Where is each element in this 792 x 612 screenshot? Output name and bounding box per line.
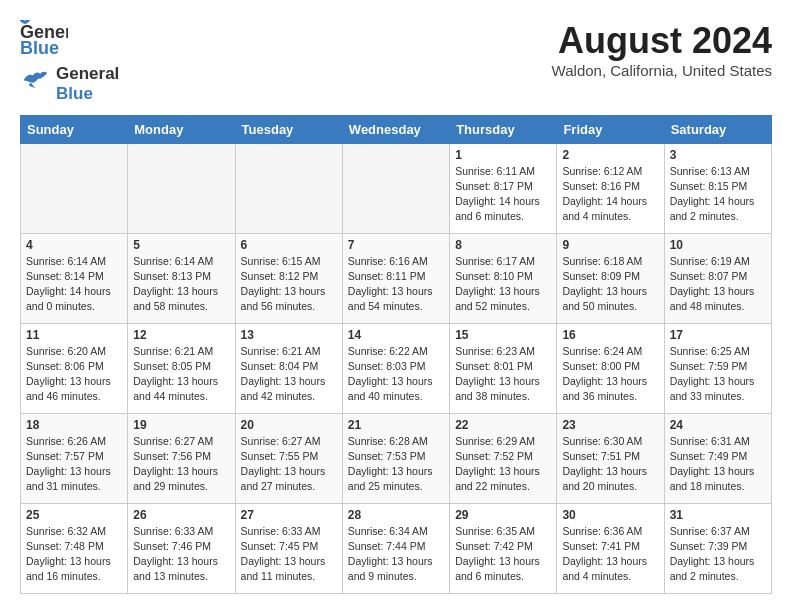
day-info: Sunrise: 6:16 AMSunset: 8:11 PMDaylight:…	[348, 254, 444, 315]
calendar-cell: 9Sunrise: 6:18 AMSunset: 8:09 PMDaylight…	[557, 233, 664, 323]
calendar-cell: 12Sunrise: 6:21 AMSunset: 8:05 PMDayligh…	[128, 323, 235, 413]
day-number: 28	[348, 508, 444, 522]
day-number: 13	[241, 328, 337, 342]
day-number: 16	[562, 328, 658, 342]
day-number: 3	[670, 148, 766, 162]
day-number: 6	[241, 238, 337, 252]
day-info: Sunrise: 6:35 AMSunset: 7:42 PMDaylight:…	[455, 524, 551, 585]
calendar-week-row: 4Sunrise: 6:14 AMSunset: 8:14 PMDaylight…	[21, 233, 772, 323]
day-number: 21	[348, 418, 444, 432]
calendar-cell	[128, 143, 235, 233]
day-info: Sunrise: 6:30 AMSunset: 7:51 PMDaylight:…	[562, 434, 658, 495]
calendar-cell: 19Sunrise: 6:27 AMSunset: 7:56 PMDayligh…	[128, 413, 235, 503]
weekday-header-sunday: Sunday	[21, 115, 128, 143]
day-info: Sunrise: 6:27 AMSunset: 7:55 PMDaylight:…	[241, 434, 337, 495]
page-header: General Blue General Blue August 2	[20, 20, 772, 105]
calendar-cell: 25Sunrise: 6:32 AMSunset: 7:48 PMDayligh…	[21, 503, 128, 593]
logo: General Blue General Blue	[20, 20, 119, 105]
calendar-cell: 28Sunrise: 6:34 AMSunset: 7:44 PMDayligh…	[342, 503, 449, 593]
calendar-cell: 15Sunrise: 6:23 AMSunset: 8:01 PMDayligh…	[450, 323, 557, 413]
day-info: Sunrise: 6:33 AMSunset: 7:46 PMDaylight:…	[133, 524, 229, 585]
day-info: Sunrise: 6:15 AMSunset: 8:12 PMDaylight:…	[241, 254, 337, 315]
day-info: Sunrise: 6:28 AMSunset: 7:53 PMDaylight:…	[348, 434, 444, 495]
calendar-cell	[235, 143, 342, 233]
day-info: Sunrise: 6:32 AMSunset: 7:48 PMDaylight:…	[26, 524, 122, 585]
day-number: 1	[455, 148, 551, 162]
day-info: Sunrise: 6:14 AMSunset: 8:13 PMDaylight:…	[133, 254, 229, 315]
day-number: 15	[455, 328, 551, 342]
calendar-cell: 7Sunrise: 6:16 AMSunset: 8:11 PMDaylight…	[342, 233, 449, 323]
day-number: 12	[133, 328, 229, 342]
day-info: Sunrise: 6:23 AMSunset: 8:01 PMDaylight:…	[455, 344, 551, 405]
day-number: 31	[670, 508, 766, 522]
weekday-header-saturday: Saturday	[664, 115, 771, 143]
day-number: 18	[26, 418, 122, 432]
calendar-cell: 21Sunrise: 6:28 AMSunset: 7:53 PMDayligh…	[342, 413, 449, 503]
calendar-cell: 18Sunrise: 6:26 AMSunset: 7:57 PMDayligh…	[21, 413, 128, 503]
day-info: Sunrise: 6:25 AMSunset: 7:59 PMDaylight:…	[670, 344, 766, 405]
day-number: 24	[670, 418, 766, 432]
calendar-cell: 10Sunrise: 6:19 AMSunset: 8:07 PMDayligh…	[664, 233, 771, 323]
calendar-cell: 26Sunrise: 6:33 AMSunset: 7:46 PMDayligh…	[128, 503, 235, 593]
logo-blue: Blue	[56, 84, 119, 104]
day-info: Sunrise: 6:20 AMSunset: 8:06 PMDaylight:…	[26, 344, 122, 405]
calendar-table: SundayMondayTuesdayWednesdayThursdayFrid…	[20, 115, 772, 594]
calendar-cell: 11Sunrise: 6:20 AMSunset: 8:06 PMDayligh…	[21, 323, 128, 413]
day-info: Sunrise: 6:31 AMSunset: 7:49 PMDaylight:…	[670, 434, 766, 495]
day-number: 17	[670, 328, 766, 342]
day-number: 5	[133, 238, 229, 252]
day-number: 29	[455, 508, 551, 522]
day-number: 22	[455, 418, 551, 432]
day-number: 9	[562, 238, 658, 252]
day-number: 2	[562, 148, 658, 162]
day-info: Sunrise: 6:24 AMSunset: 8:00 PMDaylight:…	[562, 344, 658, 405]
weekday-header-monday: Monday	[128, 115, 235, 143]
calendar-cell: 5Sunrise: 6:14 AMSunset: 8:13 PMDaylight…	[128, 233, 235, 323]
calendar-cell: 31Sunrise: 6:37 AMSunset: 7:39 PMDayligh…	[664, 503, 771, 593]
calendar-cell: 30Sunrise: 6:36 AMSunset: 7:41 PMDayligh…	[557, 503, 664, 593]
day-number: 20	[241, 418, 337, 432]
calendar-cell: 29Sunrise: 6:35 AMSunset: 7:42 PMDayligh…	[450, 503, 557, 593]
calendar-cell: 1Sunrise: 6:11 AMSunset: 8:17 PMDaylight…	[450, 143, 557, 233]
calendar-cell: 6Sunrise: 6:15 AMSunset: 8:12 PMDaylight…	[235, 233, 342, 323]
day-number: 14	[348, 328, 444, 342]
calendar-cell	[342, 143, 449, 233]
title-block: August 2024 Waldon, California, United S…	[552, 20, 772, 79]
calendar-cell: 27Sunrise: 6:33 AMSunset: 7:45 PMDayligh…	[235, 503, 342, 593]
weekday-header-wednesday: Wednesday	[342, 115, 449, 143]
day-number: 7	[348, 238, 444, 252]
calendar-cell: 24Sunrise: 6:31 AMSunset: 7:49 PMDayligh…	[664, 413, 771, 503]
day-info: Sunrise: 6:19 AMSunset: 8:07 PMDaylight:…	[670, 254, 766, 315]
weekday-header-friday: Friday	[557, 115, 664, 143]
day-info: Sunrise: 6:26 AMSunset: 7:57 PMDaylight:…	[26, 434, 122, 495]
day-info: Sunrise: 6:21 AMSunset: 8:05 PMDaylight:…	[133, 344, 229, 405]
day-info: Sunrise: 6:27 AMSunset: 7:56 PMDaylight:…	[133, 434, 229, 495]
calendar-cell: 16Sunrise: 6:24 AMSunset: 8:00 PMDayligh…	[557, 323, 664, 413]
day-number: 8	[455, 238, 551, 252]
calendar-cell: 14Sunrise: 6:22 AMSunset: 8:03 PMDayligh…	[342, 323, 449, 413]
day-number: 19	[133, 418, 229, 432]
logo-general: General	[56, 64, 119, 84]
day-info: Sunrise: 6:17 AMSunset: 8:10 PMDaylight:…	[455, 254, 551, 315]
day-info: Sunrise: 6:34 AMSunset: 7:44 PMDaylight:…	[348, 524, 444, 585]
day-number: 30	[562, 508, 658, 522]
calendar-cell: 8Sunrise: 6:17 AMSunset: 8:10 PMDaylight…	[450, 233, 557, 323]
day-number: 11	[26, 328, 122, 342]
day-number: 4	[26, 238, 122, 252]
day-info: Sunrise: 6:29 AMSunset: 7:52 PMDaylight:…	[455, 434, 551, 495]
calendar-cell: 22Sunrise: 6:29 AMSunset: 7:52 PMDayligh…	[450, 413, 557, 503]
calendar-cell: 2Sunrise: 6:12 AMSunset: 8:16 PMDaylight…	[557, 143, 664, 233]
weekday-header-thursday: Thursday	[450, 115, 557, 143]
calendar-week-row: 11Sunrise: 6:20 AMSunset: 8:06 PMDayligh…	[21, 323, 772, 413]
day-info: Sunrise: 6:22 AMSunset: 8:03 PMDaylight:…	[348, 344, 444, 405]
day-number: 27	[241, 508, 337, 522]
day-info: Sunrise: 6:33 AMSunset: 7:45 PMDaylight:…	[241, 524, 337, 585]
weekday-header-row: SundayMondayTuesdayWednesdayThursdayFrid…	[21, 115, 772, 143]
calendar-week-row: 25Sunrise: 6:32 AMSunset: 7:48 PMDayligh…	[21, 503, 772, 593]
month-year: August 2024	[552, 20, 772, 62]
day-info: Sunrise: 6:12 AMSunset: 8:16 PMDaylight:…	[562, 164, 658, 225]
day-info: Sunrise: 6:11 AMSunset: 8:17 PMDaylight:…	[455, 164, 551, 225]
day-info: Sunrise: 6:14 AMSunset: 8:14 PMDaylight:…	[26, 254, 122, 315]
weekday-header-tuesday: Tuesday	[235, 115, 342, 143]
day-info: Sunrise: 6:13 AMSunset: 8:15 PMDaylight:…	[670, 164, 766, 225]
